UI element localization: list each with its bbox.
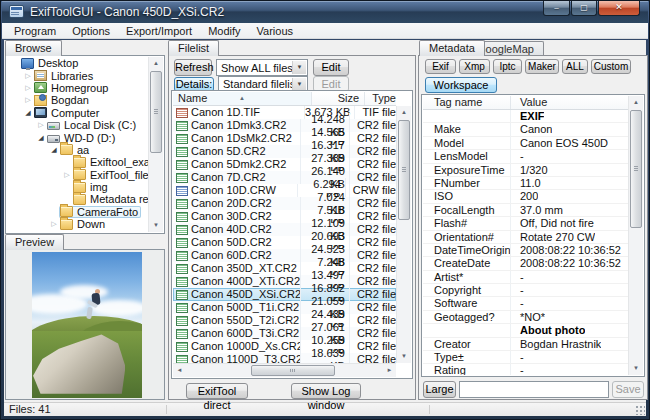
file-filter-combo[interactable]: Show ALL files ▼	[216, 59, 308, 76]
maximize-button[interactable]: ▢	[571, 1, 597, 16]
tree-scroll-thumb[interactable]	[150, 71, 162, 153]
all-button[interactable]: ALL	[562, 59, 588, 74]
tree-item[interactable]: Metadata reference	[7, 193, 148, 205]
metadata-row[interactable]: CreateDate2008:08:22 10:36:52	[423, 257, 628, 270]
column-header-value[interactable]: Value	[511, 96, 628, 109]
metadata-edit-input[interactable]	[459, 381, 609, 398]
title-bar[interactable]: ExifToolGUI - Canon 450D_XSi.CR2 – ▢ ✕	[2, 1, 648, 23]
metadata-row[interactable]: FocalLength37.0 mm	[423, 204, 628, 217]
metadata-scroll-thumb[interactable]	[630, 110, 642, 228]
file-row[interactable]: Canon 5Dmk2.CR227.389 KBCR2 file	[173, 158, 396, 171]
tree-item[interactable]: ◢Computer	[7, 107, 148, 119]
file-row[interactable]: Canon 60D.CR224.523 KBCR2 file	[173, 249, 396, 262]
file-row[interactable]: Canon 1100D_T3.CR218.639 KBCR2 file	[173, 353, 396, 363]
scroll-up-icon[interactable]: ▲	[397, 106, 411, 119]
column-header-type[interactable]: Type	[365, 92, 396, 105]
filelist-scrollbar[interactable]: ▲ ▼	[396, 106, 411, 363]
show-log-window-button[interactable]: Show Log window	[291, 383, 361, 399]
tree-item[interactable]: ▷Homegroup	[7, 82, 148, 94]
column-header-size[interactable]: Size	[312, 92, 365, 105]
file-row[interactable]: Canon 500D_T1i.CR221.059 KBCR2 file	[173, 301, 396, 314]
file-row[interactable]: Canon 5D.CR216.317 KBCR2 file	[173, 145, 396, 158]
tree-scrollbar[interactable]: ▲ ▼	[148, 57, 163, 232]
tree-item[interactable]: ▷Bogdan	[7, 94, 148, 106]
file-row[interactable]: Canon 350D_XT.CR27.248 KBCR2 file	[173, 262, 396, 275]
tree-item[interactable]: CameraFoto	[7, 206, 148, 218]
expand-arrow-icon[interactable]: ▷	[49, 219, 59, 229]
xmp-button[interactable]: Xmp	[459, 59, 490, 74]
large-button[interactable]: Large	[423, 381, 456, 398]
scroll-up-icon[interactable]: ▲	[149, 57, 163, 70]
file-row[interactable]: Canon 1DsMk2.CR214.565 KBCR2 file	[173, 132, 396, 145]
file-row[interactable]: Canon 450D_XSi.CR216.892 KBCR2 file	[173, 288, 396, 301]
filelist-hscrollbar[interactable]: ◄ ►	[173, 363, 396, 377]
column-header-name[interactable]: Name▲	[173, 92, 312, 105]
metadata-section-row[interactable]: About photo	[423, 324, 628, 337]
refresh-button[interactable]: Refresh	[174, 59, 212, 76]
metadata-row[interactable]: ModelCanon EOS 450D	[423, 137, 628, 150]
metadata-row[interactable]: MakeCanon	[423, 123, 628, 136]
maker-button[interactable]: Maker	[525, 59, 559, 74]
scroll-right-icon[interactable]: ►	[383, 364, 396, 377]
file-row[interactable]: Canon 1D.TIF3.673 KBTIF file	[173, 106, 396, 119]
tree-item[interactable]: ▷Libraries	[7, 69, 148, 81]
scroll-left-icon[interactable]: ◄	[173, 364, 186, 377]
file-row[interactable]: Canon 7D.CR226.140 KBCR2 file	[173, 171, 396, 184]
expand-arrow-icon[interactable]: ▷	[23, 71, 33, 81]
file-row[interactable]: Canon 550D_T2i.CR224.439 KBCR2 file	[173, 314, 396, 327]
tab-browse[interactable]: Browse	[5, 40, 62, 56]
tree-item[interactable]: ◢WD-D (D:)	[7, 131, 148, 143]
metadata-row[interactable]: ISO200	[423, 190, 628, 203]
file-row[interactable]: Canon 40D.CR212.109 KBCR2 file	[173, 223, 396, 236]
expand-arrow-icon[interactable]: ▷	[23, 95, 33, 105]
resize-grip-icon[interactable]	[634, 404, 645, 415]
metadata-row[interactable]: Flash#Off, Did not fire	[423, 217, 628, 230]
menu-export-import[interactable]: Export/Import	[118, 24, 200, 38]
expand-arrow-icon[interactable]: ◢	[36, 133, 46, 143]
metadata-row[interactable]: Artist*-	[423, 271, 628, 284]
expand-arrow-icon[interactable]: ◢	[49, 145, 59, 155]
metadata-table-header[interactable]: Tag name Value	[423, 96, 628, 110]
menu-various[interactable]: Various	[249, 24, 301, 38]
iptc-button[interactable]: Iptc	[493, 59, 522, 74]
file-row[interactable]: Canon 30D.CR27.518 KBCR2 file	[173, 210, 396, 223]
column-header-tagname[interactable]: Tag name	[423, 96, 511, 109]
tree-item[interactable]: ▷Local Disk (C:)	[7, 119, 148, 131]
metadata-row[interactable]: Software-	[423, 297, 628, 310]
file-row[interactable]: Canon 1000D_Xs.CR210.259 KBCR2 file	[173, 340, 396, 353]
close-button[interactable]: ✕	[598, 1, 640, 16]
tab-metadata[interactable]: Metadata	[419, 40, 485, 56]
preview-photo[interactable]	[32, 252, 142, 398]
metadata-section-row[interactable]: EXIF	[423, 110, 628, 123]
filelist-hscroll-thumb[interactable]	[251, 365, 335, 376]
metadata-row[interactable]: Rating-	[423, 364, 628, 375]
exif-button[interactable]: Exif	[425, 59, 456, 74]
expand-arrow-icon[interactable]: ◢	[23, 108, 33, 118]
minimize-button[interactable]: –	[543, 1, 570, 16]
edit-filter-button[interactable]: Edit	[313, 59, 349, 76]
menu-program[interactable]: Program	[6, 24, 64, 38]
metadata-row[interactable]: Copyright-	[423, 284, 628, 297]
scroll-down-icon[interactable]: ▼	[397, 350, 411, 363]
file-row[interactable]: Canon 400D_XTi.CR213.497 KBCR2 file	[173, 275, 396, 288]
file-row[interactable]: Canon 50D.CR220.693 KBCR2 file	[173, 236, 396, 249]
metadata-row[interactable]: Orientation#Rotate 270 CW	[423, 231, 628, 244]
expand-arrow-icon[interactable]: ▷	[23, 83, 33, 93]
chevron-down-icon[interactable]: ▼	[292, 78, 306, 90]
scroll-down-icon[interactable]: ▼	[149, 219, 163, 232]
menu-modify[interactable]: Modify	[200, 24, 248, 38]
expand-arrow-icon[interactable]: ▷	[62, 170, 72, 180]
workspace-button[interactable]: Workspace	[425, 77, 497, 93]
metadata-row[interactable]: CreatorBogdan Hrastnik	[423, 338, 628, 351]
chevron-down-icon[interactable]: ▼	[292, 61, 306, 74]
tree-item[interactable]: ▷Down	[7, 218, 148, 230]
metadata-row[interactable]: Type±-	[423, 351, 628, 364]
tree-item[interactable]: Desktop	[7, 57, 148, 69]
scroll-down-icon[interactable]: ▼	[629, 362, 643, 375]
menu-options[interactable]: Options	[64, 24, 118, 38]
file-row[interactable]: Canon 20D.CR27.024 KBCR2 file	[173, 197, 396, 210]
scroll-up-icon[interactable]: ▲	[629, 96, 643, 109]
metadata-row[interactable]: DateTimeOriginal2008:08:22 10:36:52	[423, 244, 628, 257]
metadata-row[interactable]: ExposureTime1/320	[423, 164, 628, 177]
expand-arrow-icon[interactable]: ▷	[36, 120, 46, 130]
